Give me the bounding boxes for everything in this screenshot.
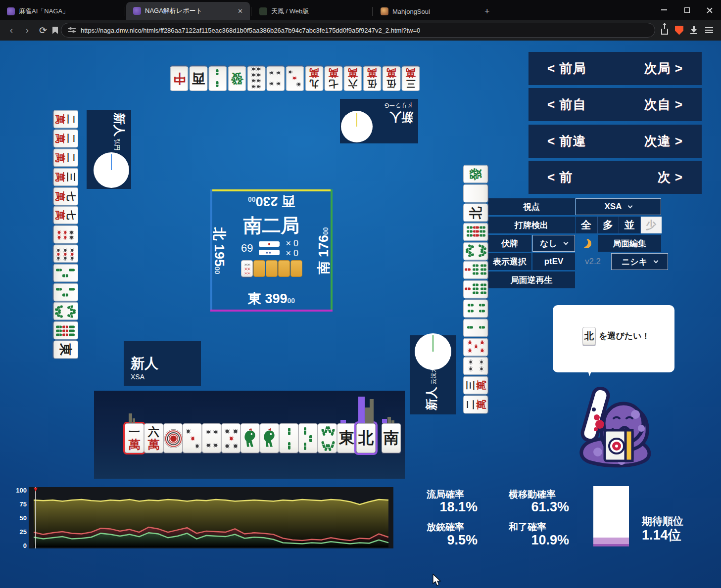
mahjong-tile-1m[interactable]: 一萬: [125, 423, 144, 453]
mahjong-tile-drawn-S[interactable]: 南: [382, 423, 401, 453]
mahjong-tile-back: [278, 260, 290, 277]
brave-shield-icon[interactable]: [675, 26, 683, 35]
mahjong-tile-E: 東: [53, 340, 78, 359]
nav-prev-button-1[interactable]: < 前自: [547, 96, 586, 113]
ryukyoku-value: 18.1%: [416, 499, 478, 515]
wall-count: 69: [241, 242, 253, 255]
player-box-left: 新人 弘円: [87, 110, 131, 189]
agari-value: 10.9%: [507, 533, 569, 548]
close-button[interactable]: [698, 0, 721, 20]
tab-mahjongsoul[interactable]: MahjongSoul: [374, 3, 478, 20]
discard-cell: 西: [189, 66, 208, 91]
share-icon[interactable]: [661, 29, 668, 35]
discard-cell: [285, 66, 304, 91]
naga-favicon: [7, 7, 15, 15]
fusehai-select[interactable]: なし: [532, 235, 575, 252]
player-name: 新人: [425, 387, 438, 410]
maximize-button[interactable]: [675, 0, 698, 20]
timer-pie-left: [94, 152, 129, 188]
mahjong-tile-6m[interactable]: 六萬: [144, 423, 163, 453]
mahjong-tile-N[interactable]: 北: [356, 423, 376, 453]
mahjong-tile-5m: 伍萬: [363, 66, 381, 91]
discard-cell: [463, 337, 488, 357]
nav-next-button-2[interactable]: 次違 >: [644, 133, 683, 150]
mahjong-tile-E[interactable]: 東: [337, 423, 356, 453]
mahjong-tile-4p[interactable]: [202, 423, 221, 453]
bubble-tile: 北: [582, 327, 596, 345]
discard-cell: 東: [53, 340, 78, 360]
discard-cell: [463, 261, 488, 280]
menu-icon[interactable]: [705, 27, 713, 33]
mahjong-tile-8s[interactable]: [318, 423, 337, 453]
minimize-button[interactable]: [653, 0, 675, 20]
back-icon[interactable]: ‹: [5, 25, 18, 36]
honba-stick-icon: [259, 250, 280, 255]
bookmark-icon[interactable]: [52, 27, 58, 34]
tab-tenhou[interactable]: 天鳳 / Web版: [252, 3, 371, 20]
model-select[interactable]: ニシキ: [611, 253, 668, 270]
viewpoint-value: XSA: [605, 202, 622, 212]
nav-next-button-1[interactable]: 次自 >: [644, 96, 683, 113]
site-settings-icon[interactable]: [68, 27, 76, 33]
dora-indicator-row: [241, 260, 302, 277]
tab-close-icon[interactable]: ✕: [238, 7, 243, 15]
agari-label: 和了確率: [509, 521, 546, 534]
tab-naga-home[interactable]: 麻雀AI「NAGA」: [0, 3, 124, 20]
ev-bar: [340, 420, 346, 423]
nav-next-button-3[interactable]: 次 >: [658, 169, 683, 186]
new-tab-button[interactable]: +: [478, 3, 497, 20]
mahjong-tile-2s[interactable]: [279, 423, 298, 453]
ptev-button[interactable]: ptEV: [532, 253, 575, 270]
nav-row-1: < 前自次自 >: [529, 88, 702, 121]
mahjong-tile-3p[interactable]: [183, 423, 202, 453]
dahai-option-少[interactable]: 少: [640, 217, 662, 233]
tab-divider: [372, 7, 373, 16]
mahjong-tile-9s: [53, 321, 78, 340]
mahjong-tile-N: 北: [582, 327, 596, 345]
ev-bar: [358, 397, 365, 423]
nav-prev-button-2[interactable]: < 前違: [547, 133, 586, 150]
discard-cell: [53, 282, 78, 302]
discard-cell: 六萬: [343, 66, 362, 91]
mahjong-tile-1p[interactable]: [163, 423, 183, 453]
mahjong-tile-2m: 二萬: [53, 110, 78, 129]
mahjong-tile-7m: 七萬: [53, 187, 78, 205]
download-icon[interactable]: [690, 26, 698, 34]
player-name: 新人: [385, 109, 413, 125]
player-id: ドリラーG: [385, 101, 413, 109]
night-mode-button[interactable]: [576, 235, 597, 252]
discard-cell: 伍萬: [362, 66, 382, 91]
nav-next-button-0[interactable]: 次局 >: [644, 60, 683, 77]
mahjong-tile-1s[interactable]: [240, 423, 260, 453]
mahjong-tile-F: 發: [463, 165, 488, 183]
mahjong-tile-7m: 七萬: [53, 206, 78, 225]
chart-ytick: 100: [13, 487, 27, 494]
nav-prev-button-0[interactable]: < 前局: [547, 60, 586, 77]
naga-favicon: [133, 7, 141, 15]
reload-icon[interactable]: ⟳: [37, 25, 49, 36]
tab-naga-report[interactable]: NAGA解析レポート ✕: [126, 2, 250, 20]
discard-cell: 七萬: [53, 206, 78, 225]
mahjong-tile-back: [290, 260, 302, 277]
dahai-option-全[interactable]: 全: [576, 217, 597, 233]
forward-icon[interactable]: ›: [21, 25, 34, 36]
url-bar[interactable]: https://naga.dmv.nico/htmls/ff286aa7122a…: [61, 23, 655, 38]
chart-ytick: 0: [13, 542, 27, 549]
mahjong-tile-7s: [463, 280, 488, 299]
dahai-option-多[interactable]: 多: [597, 217, 619, 233]
mahjong-tile-1s[interactable]: [260, 423, 279, 453]
chart-ytick: 75: [13, 500, 27, 508]
reverse-play-button[interactable]: 局面逆再生: [488, 271, 575, 288]
plus-icon: +: [484, 6, 490, 17]
nav-row-3: < 前次 >: [529, 161, 702, 194]
nav-prev-button-3[interactable]: < 前: [547, 169, 573, 186]
mahjong-tile-3s[interactable]: [298, 423, 318, 453]
nav-row-0: < 前局次局 >: [529, 52, 702, 85]
dahai-option-並[interactable]: 並: [619, 217, 640, 233]
mahjong-tile-2m: 二萬: [53, 130, 78, 148]
viewpoint-select[interactable]: XSA: [576, 198, 661, 215]
ev-bar: [133, 418, 135, 423]
mahjong-tile-5p[interactable]: [221, 423, 240, 453]
kyokumen-edit-button[interactable]: 局面編集: [598, 235, 661, 252]
discard-cell: [53, 321, 78, 340]
